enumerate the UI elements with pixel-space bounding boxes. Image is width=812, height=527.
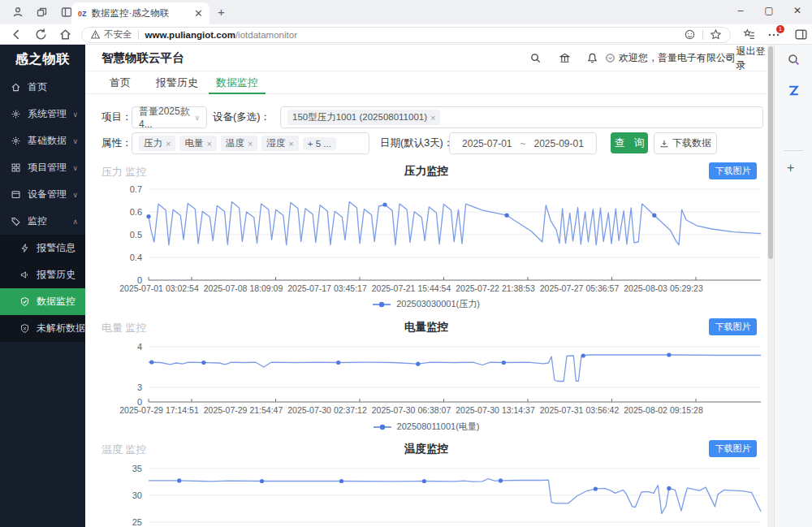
x-axis-label: 2025-07-29 17:14:51 <box>119 405 199 415</box>
attribute-multiselect[interactable]: 压力 电量 温度 湿度 + 5 ... <box>132 132 369 154</box>
sidebar-item-label: 系统管理 <box>28 107 67 121</box>
remove-tag-icon[interactable] <box>430 113 435 123</box>
x-axis-label: 2025-07-01 03:02:54 <box>119 283 199 293</box>
profile-icon[interactable] <box>11 6 24 19</box>
sidebar-item-label: 数据监控 <box>37 295 76 309</box>
sidebar-search-icon[interactable] <box>787 53 801 67</box>
sidebar-item-monitor[interactable]: 监控 <box>0 208 85 235</box>
edge-app-icon[interactable] <box>787 84 801 97</box>
app-logo: 感之物联 <box>0 45 85 74</box>
sidebar-item-unparsed-data[interactable]: 未解析数据 <box>0 315 85 342</box>
sidebar-item-data-monitor[interactable]: 数据监控 <box>0 288 85 315</box>
x-axis-label: 2025-07-22 21:38:53 <box>456 283 535 293</box>
url-divider <box>138 30 139 40</box>
remove-tag-icon[interactable] <box>288 139 293 149</box>
data-point-marker <box>667 486 671 490</box>
sidebar-divider <box>784 150 803 151</box>
series-line <box>149 355 761 382</box>
back-icon[interactable] <box>10 28 24 41</box>
query-button[interactable]: 查 询 <box>611 132 648 153</box>
date-end[interactable]: 2025-09-01 <box>534 138 584 149</box>
tab-alarm-history[interactable]: 报警历史 <box>156 71 198 94</box>
bell-icon[interactable] <box>586 52 598 64</box>
page-scrollbar[interactable] <box>767 45 774 527</box>
window-minimize-button[interactable]: – <box>729 5 752 16</box>
logout-button[interactable]: 退出登录 <box>725 45 767 71</box>
home-icon[interactable] <box>58 28 72 41</box>
series-line <box>149 201 761 244</box>
grid-icon <box>11 162 21 173</box>
attribute-tag[interactable]: 湿度 <box>261 136 298 151</box>
collections-icon[interactable] <box>742 28 756 41</box>
date-range-picker[interactable]: 2025-07-01 ~ 2025-09-01 <box>449 132 597 154</box>
battery-legend[interactable]: 202508011001(电量) <box>85 421 767 433</box>
box-icon <box>11 189 21 200</box>
site-favicon: 0Z <box>78 10 87 18</box>
device-tag[interactable]: 150型压力1001 (202508011001) <box>287 110 440 125</box>
url-divider <box>702 30 703 40</box>
remove-tag-icon[interactable] <box>248 139 253 149</box>
x-axis-label: 2025-07-29 21:54:47 <box>204 405 283 415</box>
search-icon[interactable] <box>529 52 542 64</box>
sidebar-item-system[interactable]: 系统管理 <box>0 101 85 127</box>
new-tab-button[interactable]: + <box>218 5 225 19</box>
device-label: 设备(多选)： <box>213 106 270 128</box>
window-maximize-button[interactable]: ▢ <box>758 5 780 16</box>
device-multiselect[interactable]: 150型压力1001 (202508011001) <box>280 106 763 128</box>
url-path[interactable]: /iotdatamonitor <box>235 30 677 40</box>
sidebar-item-home[interactable]: 首页 <box>0 74 85 101</box>
download-image-button[interactable]: 下载图片 <box>709 440 757 457</box>
url-host[interactable]: www.puliangiot.com <box>145 30 235 40</box>
sidebar-item-projects[interactable]: 项目管理 <box>0 154 85 181</box>
x-axis-label: 2025-07-27 05:36:57 <box>540 283 620 293</box>
remove-tag-icon[interactable] <box>206 139 211 149</box>
data-point-marker <box>594 487 598 491</box>
workspaces-icon[interactable] <box>36 6 49 19</box>
sidebar-item-alarm-history[interactable]: 报警历史 <box>0 261 85 288</box>
pressure-legend[interactable]: 202503030001(压力) <box>85 298 767 310</box>
attribute-label: 属性： <box>102 132 132 154</box>
scrollbar-thumb[interactable] <box>768 46 773 259</box>
tab-close-icon[interactable]: ✕ <box>194 7 203 19</box>
data-point-marker <box>505 214 509 218</box>
attribute-tag[interactable]: 压力 <box>139 136 175 151</box>
tab-home[interactable]: 首页 <box>110 71 131 94</box>
gear-icon <box>11 109 21 119</box>
active-browser-tab[interactable]: 0Z 数据监控·感之物联 ✕ <box>71 2 209 24</box>
organization-icon[interactable] <box>559 52 571 64</box>
download-icon <box>659 139 669 149</box>
download-image-button[interactable]: 下载图片 <box>709 318 757 335</box>
data-point-marker <box>502 361 506 365</box>
favorite-star-icon[interactable] <box>710 28 722 41</box>
remove-tag-icon[interactable] <box>166 139 171 149</box>
window-close-button[interactable]: ✕ <box>786 5 809 16</box>
account-menu[interactable]: 欢迎您，普量电子有限公司 <box>605 45 736 71</box>
date-start[interactable]: 2025-07-01 <box>462 138 512 149</box>
sidebar-item-alarm-info[interactable]: 报警信息 <box>0 235 85 261</box>
refresh-icon[interactable] <box>34 28 48 41</box>
x-axis-label: 2025-07-30 06:38:07 <box>372 405 451 415</box>
download-data-button[interactable]: 下载数据 <box>654 132 717 154</box>
attribute-tag[interactable]: 温度 <box>221 136 257 151</box>
tab-data-monitor[interactable]: 数据监控 <box>209 71 266 94</box>
attribute-tag[interactable]: 电量 <box>179 136 216 151</box>
sidebar-item-label: 未解析数据 <box>37 322 85 335</box>
not-secure-label[interactable]: 不安全 <box>104 28 132 41</box>
sidebar-item-devices[interactable]: 设备管理 <box>0 181 85 208</box>
feedback-icon[interactable] <box>684 28 696 41</box>
sidebar-item-label: 设备管理 <box>28 188 67 201</box>
project-select[interactable]: 普量2025款4... ∨ <box>132 106 207 128</box>
sidebar-add-icon[interactable]: + <box>787 161 794 175</box>
pressure-chart-title: 压力监控 <box>85 164 767 179</box>
download-image-button[interactable]: 下载图片 <box>709 162 757 179</box>
attribute-more-tag[interactable]: + 5 ... <box>303 137 336 150</box>
sidebar-toggle-icon[interactable] <box>794 28 808 41</box>
browser-menu-button[interactable]: 1 <box>767 28 781 42</box>
address-bar[interactable]: 不安全 www.puliangiot.com /iotdatamonitor <box>81 27 731 43</box>
data-point-marker <box>177 478 181 482</box>
not-secure-warning-icon[interactable] <box>90 29 101 40</box>
x-axis-label: 2025-07-30 02:37:12 <box>287 405 367 415</box>
data-point-marker <box>260 479 264 483</box>
monitor-submenu: 报警信息 报警历史 数据监控 未解析数据 <box>0 235 85 342</box>
sidebar-item-base-data[interactable]: 基础数据 <box>0 127 85 154</box>
